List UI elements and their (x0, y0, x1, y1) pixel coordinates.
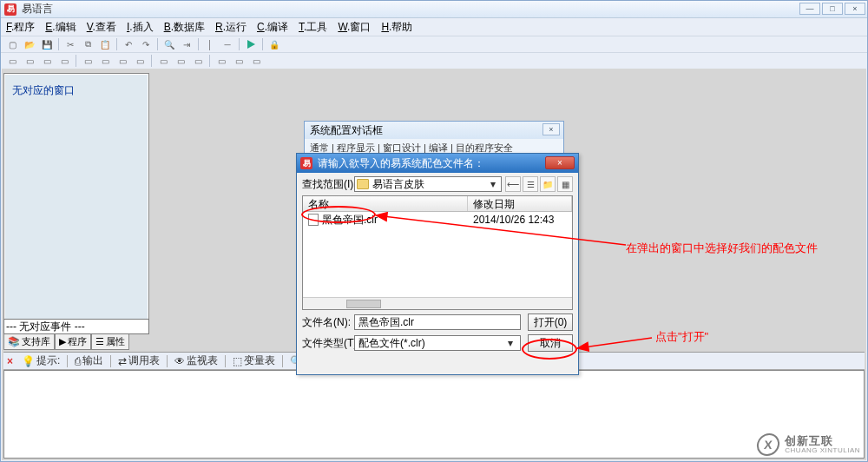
bottom-tab-vars[interactable]: ⬚ 变量表 (229, 353, 279, 368)
menubar: F.程序 E.编辑 V.查看 I.插入 B.数据库 R.运行 C.编译 T.工具… (1, 18, 867, 36)
tb-hline-icon[interactable]: ─ (220, 37, 235, 51)
watermark-cn: 创新互联 (785, 435, 860, 447)
bottom-body (3, 370, 865, 459)
menu-help[interactable]: H.帮助 (381, 20, 412, 35)
tb2-d-icon[interactable]: ▭ (56, 54, 72, 68)
tb-cut-icon[interactable]: ✂ (62, 37, 78, 51)
nav-up-icon[interactable]: ☰ (523, 176, 538, 192)
menu-window[interactable]: W.窗口 (338, 20, 371, 35)
close-button[interactable]: × (845, 3, 865, 15)
tab-properties[interactable]: ☰ 属性 (91, 334, 129, 350)
nav-back-icon[interactable]: ⟵ (505, 176, 521, 192)
menu-database[interactable]: B.数据库 (164, 20, 205, 35)
tb2-c-icon[interactable]: ▭ (39, 54, 55, 68)
filename-label: 文件名(N): (302, 315, 351, 330)
file-open-dialog: 易 请输入欲导入的易系统配色文件名： × 查找范围(I): 易语言皮肤 ▾ ⟵ … (296, 153, 579, 375)
tb-save-icon[interactable]: 💾 (39, 37, 55, 51)
tb-find-icon[interactable]: 🔍 (161, 37, 177, 51)
left-panel: 无对应的窗口 (3, 73, 149, 333)
lookin-label: 查找范围(I): (302, 177, 351, 192)
tb2-a-icon[interactable]: ▭ (4, 54, 20, 68)
file-list-hscroll[interactable] (303, 297, 572, 309)
file-list[interactable]: 名称 修改日期 黑色帝国.clr 2014/10/26 12:43 (302, 195, 573, 310)
tb2-k-icon[interactable]: ▭ (190, 54, 206, 68)
file-dialog-title: 请输入欲导入的易系统配色文件名： (318, 156, 484, 171)
menu-run[interactable]: R.运行 (215, 20, 247, 35)
file-dialog-titlebar: 易 请输入欲导入的易系统配色文件名： × (297, 154, 578, 173)
event-combo[interactable]: --- 无对应事件 --- (3, 319, 149, 334)
cancel-button[interactable]: 取消 (528, 334, 573, 352)
open-button[interactable]: 打开(0) (528, 314, 573, 331)
watermark-en: CHUANG XINTULIAN (785, 447, 860, 454)
bottom-close-icon[interactable]: × (7, 355, 13, 367)
tb2-b-icon[interactable]: ▭ (22, 54, 37, 68)
left-panel-placeholder: 无对应的窗口 (5, 75, 148, 107)
file-list-item[interactable]: 黑色帝国.clr 2014/10/26 12:43 (303, 212, 572, 228)
tb2-j-icon[interactable]: ▭ (173, 54, 188, 68)
file-icon (308, 214, 319, 226)
filetype-label: 文件类型(T): (302, 336, 351, 351)
minimize-button[interactable]: — (799, 3, 820, 15)
tb2-f-icon[interactable]: ▭ (97, 54, 113, 68)
filetype-combo[interactable]: 配色文件(*.clr)▾ (354, 335, 521, 351)
tb-vline-icon[interactable]: │ (202, 37, 218, 51)
bottom-tab-tip[interactable]: 💡 提示: (18, 353, 63, 368)
tb-copy-icon[interactable]: ⧉ (80, 37, 95, 51)
watermark: X 创新互联 CHUANG XINTULIAN (757, 433, 860, 456)
tb-run-icon[interactable] (243, 37, 259, 51)
folder-icon (357, 179, 369, 189)
tb-paste-icon[interactable]: 📋 (97, 37, 113, 51)
config-dialog: 系统配置对话框 × 通常 | 程序显示 | 窗口设计 | 编译 | 目的程序安全 (304, 121, 564, 155)
tb-undo-icon[interactable]: ↶ (121, 37, 136, 51)
watermark-icon: X (756, 433, 781, 456)
bottom-tab-watch[interactable]: 👁 监视表 (171, 353, 221, 368)
config-dialog-title: 系统配置对话框 × (305, 122, 563, 139)
config-dialog-close-icon[interactable]: × (542, 123, 560, 135)
menu-edit[interactable]: E.编辑 (45, 20, 76, 35)
svg-marker-0 (247, 40, 255, 49)
app-icon: 易 (4, 3, 16, 16)
titlebar: 易 易语言 — □ × (1, 1, 867, 18)
tb2-e-icon[interactable]: ▭ (80, 54, 95, 68)
tb-goto-icon[interactable]: ⇥ (179, 37, 194, 51)
main-window: 易 易语言 — □ × F.程序 E.编辑 V.查看 I.插入 B.数据库 R.… (0, 0, 868, 462)
tb-redo-icon[interactable]: ↷ (138, 37, 154, 51)
menu-view[interactable]: V.查看 (87, 20, 116, 35)
tab-support-lib[interactable]: 📚 支持库 (3, 334, 55, 350)
col-name[interactable]: 名称 (303, 196, 468, 211)
tb2-g-icon[interactable]: ▭ (115, 54, 130, 68)
toolbar-primary: ▢ 📂 💾 ✂ ⧉ 📋 ↶ ↷ 🔍 ⇥ │ ─ 🔒 (1, 36, 867, 52)
chevron-down-icon: ▾ (504, 337, 516, 349)
file-dialog-icon: 易 (300, 157, 312, 169)
file-list-header: 名称 修改日期 (303, 196, 572, 212)
tb2-i-icon[interactable]: ▭ (155, 54, 171, 68)
view-mode-icon[interactable]: ▦ (557, 176, 573, 192)
chevron-down-icon: ▾ (487, 178, 499, 190)
lookin-combo[interactable]: 易语言皮肤 ▾ (354, 176, 502, 192)
tb-new-icon[interactable]: ▢ (4, 37, 20, 51)
tb2-h-icon[interactable]: ▭ (132, 54, 148, 68)
tb-lock-icon[interactable]: 🔒 (266, 37, 282, 51)
file-dialog-close-button[interactable]: × (545, 156, 575, 169)
new-folder-icon[interactable]: 📁 (540, 176, 556, 192)
menu-program[interactable]: F.程序 (6, 20, 35, 35)
filename-input[interactable]: 黑色帝国.clr (354, 314, 521, 330)
menu-compile[interactable]: C.编译 (257, 20, 288, 35)
bottom-tab-calls[interactable]: ⇄ 调用表 (115, 353, 163, 368)
col-date[interactable]: 修改日期 (468, 196, 572, 211)
maximize-button[interactable]: □ (822, 3, 843, 15)
tab-program[interactable]: ▶ 程序 (55, 334, 91, 350)
tb2-l-icon[interactable]: ▭ (214, 54, 229, 68)
tb2-n-icon[interactable]: ▭ (248, 54, 264, 68)
bottom-tab-output[interactable]: ⎙ 输出 (71, 353, 107, 368)
tb-open-icon[interactable]: 📂 (22, 37, 37, 51)
tb2-m-icon[interactable]: ▭ (231, 54, 247, 68)
toolbar-secondary: ▭ ▭ ▭ ▭ ▭ ▭ ▭ ▭ ▭ ▭ ▭ ▭ ▭ ▭ (1, 52, 867, 69)
menu-insert[interactable]: I.插入 (127, 20, 154, 35)
app-title: 易语言 (22, 2, 53, 16)
menu-tools[interactable]: T.工具 (299, 20, 327, 35)
